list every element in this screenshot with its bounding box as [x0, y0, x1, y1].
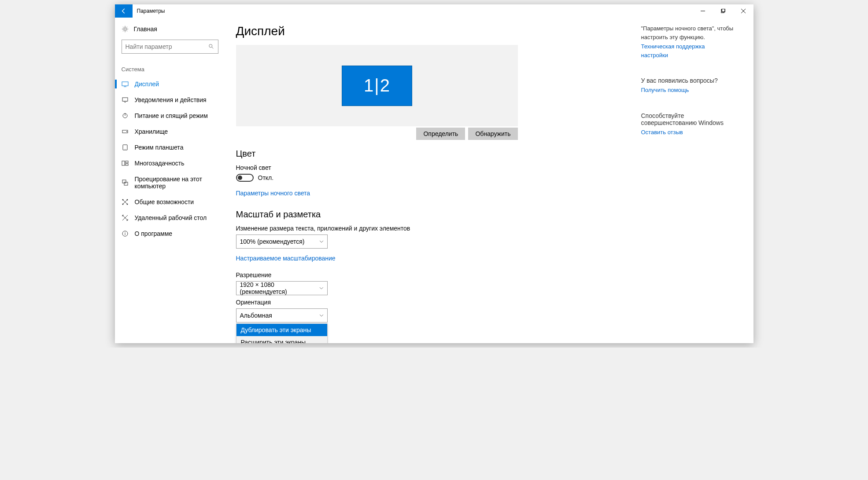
sidebar-item-shared[interactable]: Общие возможности: [115, 194, 225, 210]
sidebar-item-label: Дисплей: [135, 81, 159, 88]
home-button[interactable]: Главная: [115, 22, 225, 36]
sidebar-item-power[interactable]: Питание и спящий режим: [115, 108, 225, 124]
right-questions-heading: У вас появились вопросы?: [641, 77, 734, 84]
window-title: Параметры: [137, 8, 165, 14]
main-content: Дисплей 1|2 Определить Обнаружить Цвет Н…: [225, 18, 753, 343]
shared-icon: [122, 198, 129, 205]
projecting-icon: [122, 179, 129, 186]
right-feedback-heading: Способствуйте совершенстованию Windows: [641, 112, 734, 126]
power-icon: [122, 112, 129, 119]
orientation-label: Ориентация: [236, 299, 518, 306]
monitor-duplicate[interactable]: 1|2: [342, 66, 412, 106]
display-buttons: Определить Обнаружить: [236, 128, 518, 140]
search-field[interactable]: [126, 43, 208, 50]
display-arrangement[interactable]: 1|2: [236, 45, 518, 126]
night-light-label: Ночной свет: [236, 164, 518, 171]
right-feedback-link[interactable]: Оставить отзыв: [641, 128, 734, 137]
sidebar: Главная Система Дисплей Уведомления и де…: [115, 18, 225, 343]
svg-point-32: [125, 232, 125, 232]
svg-rect-19: [126, 161, 128, 163]
minimize-button[interactable]: [693, 4, 713, 18]
maximize-button[interactable]: [713, 4, 733, 18]
svg-point-25: [122, 199, 123, 201]
orientation-dropdown[interactable]: Альбомная: [236, 308, 328, 322]
color-heading: Цвет: [236, 149, 518, 159]
minimize-icon: [701, 9, 705, 13]
sidebar-item-display[interactable]: Дисплей: [115, 76, 225, 92]
svg-point-6: [124, 28, 126, 30]
custom-scaling-link[interactable]: Настраиваемое масштабирование: [236, 255, 336, 262]
multi-display-dropdown[interactable]: Дублировать эти экраны Дублировать эти э…: [236, 323, 328, 337]
right-support-link[interactable]: Техническая поддержка настройки: [641, 42, 734, 59]
sidebar-item-label: Уведомления и действия: [135, 96, 207, 103]
chevron-down-icon: [319, 313, 324, 318]
monitor-num-1: 1: [364, 76, 373, 95]
notifications-icon: [122, 96, 129, 103]
scale-heading: Масштаб и разметка: [236, 209, 518, 220]
sidebar-item-label: Проецирование на этот компьютер: [135, 176, 218, 190]
svg-point-7: [209, 44, 212, 48]
sidebar-item-label: Питание и спящий режим: [135, 112, 208, 119]
resolution-value: 1920 × 1080 (рекомендуется): [240, 281, 319, 295]
content-column: Дисплей 1|2 Определить Обнаружить Цвет Н…: [236, 24, 518, 343]
sidebar-item-remote[interactable]: Удаленный рабочий стол: [115, 210, 225, 226]
svg-point-26: [126, 199, 128, 201]
resolution-label: Разрешение: [236, 271, 518, 278]
titlebar: Параметры: [115, 4, 753, 18]
right-pane: "Параметры ночного света", чтобы настрои…: [641, 24, 734, 343]
gear-icon: [122, 26, 129, 33]
night-light-toggle-row: Откл.: [236, 174, 518, 182]
page-title: Дисплей: [236, 24, 518, 38]
detect-button[interactable]: Обнаружить: [468, 128, 517, 140]
night-light-toggle[interactable]: [236, 174, 254, 182]
search-input[interactable]: [122, 40, 218, 54]
sidebar-item-multitasking[interactable]: Многозадачность: [115, 155, 225, 171]
scale-value: 100% (рекомендуется): [240, 238, 305, 245]
chevron-down-icon: [319, 286, 324, 290]
sidebar-item-about[interactable]: О программе: [115, 226, 225, 242]
sidebar-item-tablet[interactable]: Режим планшета: [115, 139, 225, 155]
right-get-help-link[interactable]: Получить помощь: [641, 86, 734, 95]
svg-rect-18: [122, 161, 125, 165]
back-button[interactable]: [115, 4, 133, 18]
home-label: Главная: [134, 26, 157, 33]
multi-display-menu: Дублировать эти экраны Расширить эти экр…: [236, 323, 328, 343]
sidebar-item-notifications[interactable]: Уведомления и действия: [115, 92, 225, 108]
storage-icon: [122, 128, 129, 135]
night-light-state: Откл.: [258, 174, 274, 181]
sidebar-item-label: Многозадачность: [135, 160, 185, 167]
sidebar-item-label: Режим планшета: [135, 144, 184, 151]
monitor-divider: |: [374, 76, 379, 95]
svg-point-28: [126, 204, 128, 205]
maximize-icon: [721, 9, 725, 13]
dropdown-option[interactable]: Расширить эти экраны: [236, 336, 327, 343]
sidebar-item-projecting[interactable]: Проецирование на этот компьютер: [115, 171, 225, 194]
dropdown-option[interactable]: Дублировать эти экраны: [236, 324, 327, 336]
svg-rect-20: [126, 164, 128, 165]
sidebar-item-label: Удаленный рабочий стол: [135, 214, 207, 221]
display-icon: [122, 81, 129, 88]
night-light-settings-link[interactable]: Параметры ночного света: [236, 190, 310, 197]
svg-rect-11: [122, 98, 128, 101]
window-body: Главная Система Дисплей Уведомления и де…: [115, 18, 753, 343]
multitask-icon: [122, 160, 129, 167]
svg-line-8: [211, 47, 213, 49]
svg-point-15: [126, 131, 127, 132]
right-help-text: "Параметры ночного света", чтобы настрои…: [641, 24, 734, 41]
window-controls: [693, 4, 753, 18]
close-button[interactable]: [733, 4, 753, 18]
resolution-dropdown[interactable]: 1920 × 1080 (рекомендуется): [236, 281, 328, 295]
tablet-icon: [122, 144, 129, 151]
remote-icon: [122, 214, 129, 221]
scale-label: Изменение размера текста, приложений и д…: [236, 225, 518, 232]
info-icon: [122, 230, 129, 237]
svg-point-27: [122, 204, 123, 205]
identify-button[interactable]: Определить: [416, 128, 465, 140]
sidebar-item-label: О программе: [135, 230, 173, 237]
arrow-left-icon: [121, 8, 127, 14]
sidebar-item-storage[interactable]: Хранилище: [115, 124, 225, 139]
chevron-down-icon: [319, 239, 324, 244]
close-icon: [741, 9, 746, 13]
svg-point-17: [125, 149, 125, 150]
scale-dropdown[interactable]: 100% (рекомендуется): [236, 235, 328, 249]
